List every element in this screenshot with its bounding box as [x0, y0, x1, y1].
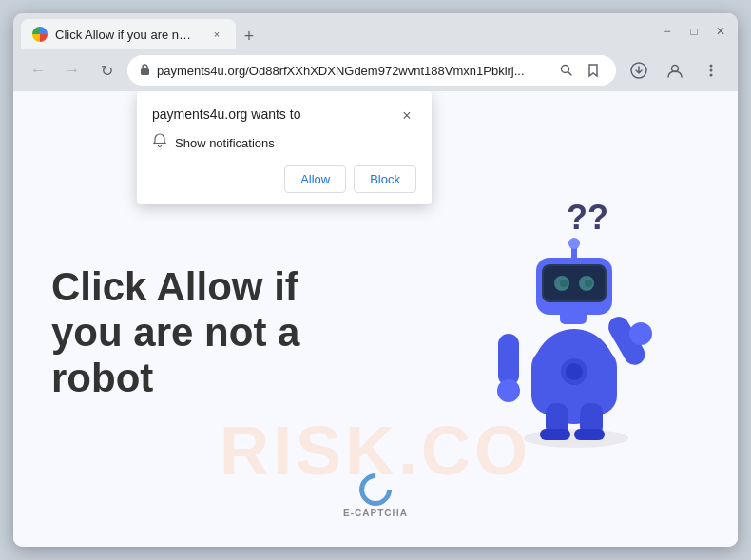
- ecaptcha-label: E-CAPTCHA: [343, 508, 408, 518]
- ecaptcha-icon: [353, 467, 398, 512]
- tab-area: Click Allow if you are not a robot × +: [21, 13, 658, 49]
- maximize-button[interactable]: □: [684, 22, 703, 41]
- svg-rect-0: [141, 68, 149, 75]
- minimize-button[interactable]: −: [658, 22, 677, 41]
- svg-point-6: [710, 69, 713, 72]
- svg-point-23: [497, 379, 520, 402]
- address-bar: ← → ↻ payments4u.org/Od88rfXXhXDXNGdem97…: [13, 49, 738, 91]
- popup-close-button[interactable]: ×: [397, 106, 416, 126]
- svg-point-5: [710, 65, 713, 68]
- svg-point-25: [629, 322, 652, 345]
- tab-title: Click Allow if you are not a robot: [55, 28, 198, 42]
- ecaptcha-logo: E-CAPTCHA: [343, 473, 408, 518]
- popup-header: payments4u.org wants to ×: [152, 106, 416, 126]
- svg-point-7: [710, 74, 713, 77]
- back-button[interactable]: ←: [25, 57, 51, 84]
- profile-icon[interactable]: [660, 55, 690, 86]
- search-icon[interactable]: [555, 59, 578, 82]
- active-tab[interactable]: Click Allow if you are not a robot ×: [21, 19, 236, 49]
- tab-favicon: [32, 27, 48, 42]
- svg-rect-22: [498, 334, 519, 386]
- robot-illustration: ??: [472, 186, 681, 453]
- popup-buttons: Allow Block: [152, 165, 416, 193]
- page-background: RISK.CO Click Allow if you are not a rob…: [13, 91, 738, 547]
- close-button[interactable]: ✕: [711, 22, 730, 41]
- block-button[interactable]: Block: [354, 165, 416, 193]
- url-text: payments4u.org/Od88rfXXhXDXNGdem972wvnt1…: [157, 64, 549, 78]
- forward-button[interactable]: →: [59, 57, 86, 84]
- title-bar: Click Allow if you are not a robot × + −…: [13, 13, 738, 49]
- svg-point-19: [585, 280, 592, 287]
- svg-point-31: [566, 363, 583, 380]
- lock-icon: [139, 63, 151, 79]
- tab-close-btn[interactable]: ×: [209, 27, 224, 42]
- main-text-line1: Click Allow if: [51, 264, 299, 310]
- menu-icon[interactable]: [696, 55, 726, 86]
- main-text-line2: you are not a: [51, 310, 299, 356]
- svg-rect-28: [540, 429, 570, 440]
- popup-notification-text: Show notifications: [175, 136, 275, 150]
- svg-rect-29: [574, 429, 605, 440]
- popup-notification-row: Show notifications: [152, 133, 416, 152]
- new-tab-button[interactable]: +: [236, 23, 262, 49]
- popup-title: payments4u.org wants to: [152, 106, 300, 122]
- bell-icon: [152, 133, 167, 152]
- svg-line-2: [568, 72, 572, 76]
- bookmark-icon[interactable]: [582, 59, 605, 82]
- svg-text:??: ??: [567, 198, 608, 237]
- page-content: RISK.CO Click Allow if you are not a rob…: [13, 91, 738, 547]
- browser-window: Click Allow if you are not a robot × + −…: [13, 13, 738, 547]
- svg-rect-15: [544, 266, 605, 300]
- main-text-line3: robot: [51, 356, 299, 401]
- browser-action-icons: [624, 55, 726, 86]
- svg-point-21: [568, 238, 580, 249]
- downloads-icon[interactable]: [624, 55, 654, 86]
- allow-button[interactable]: Allow: [284, 165, 346, 193]
- captcha-main-text: Click Allow if you are not a robot: [51, 264, 299, 402]
- reload-button[interactable]: ↻: [93, 57, 120, 84]
- window-controls: − □ ✕: [658, 22, 730, 41]
- svg-point-18: [560, 280, 568, 287]
- url-action-icons: [555, 59, 605, 82]
- notification-popup: payments4u.org wants to × Show notificat…: [137, 91, 432, 204]
- url-bar[interactable]: payments4u.org/Od88rfXXhXDXNGdem972wvnt1…: [127, 55, 616, 86]
